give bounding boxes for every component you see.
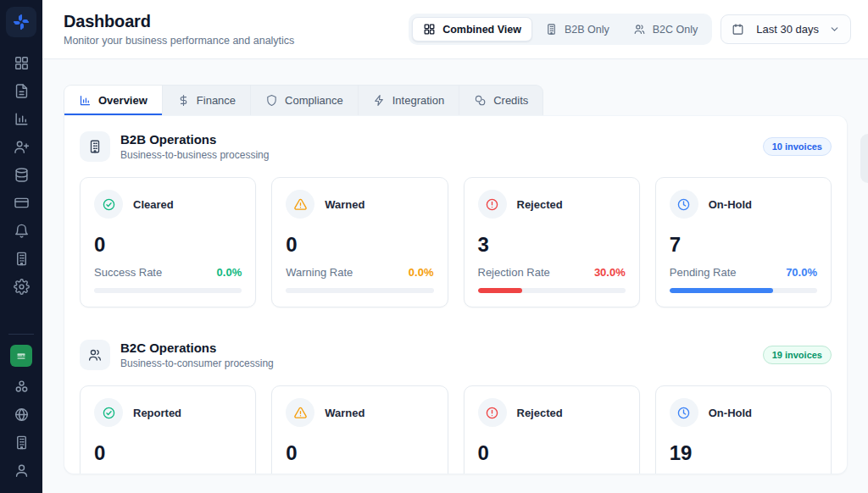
sidebar-item-analytics[interactable] — [8, 106, 35, 133]
view-toggle-b2b-label: B2B Only — [565, 24, 609, 36]
date-range-value: Last 30 days — [756, 23, 819, 36]
saudi-flag-icon — [14, 349, 28, 363]
card-value: 19 — [670, 441, 817, 465]
card-label: Rejected — [517, 198, 563, 211]
bell-icon — [14, 223, 30, 239]
card-value: 3 — [478, 233, 626, 257]
sidebar-item-notifications[interactable] — [8, 218, 35, 245]
tab-bar: Overview Finance Compliance Integration … — [64, 85, 543, 115]
coins-icon — [474, 94, 487, 107]
sidebar-item-company[interactable] — [8, 429, 35, 457]
bar-chart-icon — [14, 111, 30, 127]
rate-label: Success Rate — [94, 266, 162, 279]
b2b-cards-row: Cleared 0 Success Rate 0.0% Warned — [64, 167, 847, 324]
view-toggle: Combined View B2B Only B2C Only — [409, 14, 712, 45]
view-toggle-b2b[interactable]: B2B Only — [534, 17, 620, 42]
bar-chart-icon — [79, 94, 92, 107]
card-label: Reported — [133, 407, 181, 419]
alert-circle-icon — [478, 398, 507, 427]
sidebar — [0, 0, 42, 493]
globe-icon — [14, 407, 30, 423]
sidebar-item-billing[interactable] — [8, 190, 35, 217]
stat-card-on-hold: On-Hold 19 Pending Rate 100.0% — [655, 385, 832, 474]
rate-value: 0.0% — [409, 266, 434, 279]
stat-card-reported: Reported 0 Success Rate 0.0% — [80, 385, 256, 474]
tab-compliance[interactable]: Compliance — [251, 86, 359, 115]
page-title: Dashboard — [64, 12, 294, 31]
section-subtitle: Business-to-business processing — [120, 149, 269, 161]
sidebar-item-network[interactable] — [8, 402, 35, 429]
tab-overview[interactable]: Overview — [64, 86, 163, 115]
card-value: 0 — [286, 441, 433, 465]
sidebar-item-database[interactable] — [8, 162, 35, 189]
card-value: 0 — [94, 233, 242, 257]
card-value: 7 — [670, 233, 817, 257]
progress-bar — [94, 288, 242, 293]
app-logo[interactable] — [6, 7, 36, 37]
progress-bar-fill — [670, 288, 773, 293]
building-icon — [14, 251, 30, 267]
zap-icon — [373, 94, 386, 107]
rate-value: 70.0% — [786, 266, 817, 279]
building-icon — [545, 23, 558, 36]
sidebar-item-profile[interactable] — [8, 457, 35, 485]
tab-finance[interactable]: Finance — [163, 86, 251, 115]
credit-card-icon — [14, 195, 30, 211]
progress-bar — [286, 288, 433, 293]
sidebar-item-organization[interactable] — [8, 246, 35, 273]
tab-credits-label: Credits — [493, 94, 528, 107]
section-b2c-titles: B2C Operations Business-to-consumer proc… — [120, 341, 274, 369]
card-label: Warned — [325, 407, 364, 419]
users-icon — [80, 340, 110, 370]
app-root: Dashboard Monitor your business performa… — [0, 0, 868, 493]
pinwheel-logo-icon — [11, 12, 31, 32]
b2b-invoice-count-badge: 10 invoices — [763, 137, 832, 156]
alert-triangle-icon — [286, 398, 314, 427]
shield-icon — [265, 94, 278, 107]
sidebar-item-settings[interactable] — [8, 274, 35, 301]
section-subtitle: Business-to-consumer processing — [120, 357, 274, 369]
view-toggle-combined[interactable]: Combined View — [412, 17, 532, 42]
main-area: Dashboard Monitor your business performa… — [42, 0, 868, 493]
rate-label: Warning Rate — [286, 266, 353, 279]
sidebar-item-integrations[interactable] — [8, 374, 35, 401]
alert-triangle-icon — [286, 190, 314, 219]
b2c-invoice-count-badge: 19 invoices — [763, 346, 832, 364]
page-subtitle: Monitor your business performance and an… — [64, 35, 294, 47]
sidebar-item-documents[interactable] — [8, 78, 35, 105]
tab-finance-label: Finance — [197, 94, 236, 107]
tab-integration-label: Integration — [392, 94, 444, 107]
sidebar-item-add-user[interactable] — [8, 134, 35, 161]
tab-credits[interactable]: Credits — [459, 86, 542, 115]
section-title: B2B Operations — [120, 132, 269, 147]
page-header: Dashboard Monitor your business performa… — [42, 0, 868, 59]
view-toggle-b2c[interactable]: B2C Only — [622, 17, 709, 42]
alert-circle-icon — [478, 190, 507, 219]
overview-panel: B2B Operations Business-to-business proc… — [64, 115, 848, 474]
section-title: B2C Operations — [120, 341, 274, 355]
section-b2b-titles: B2B Operations Business-to-business proc… — [120, 132, 269, 161]
progress-bar — [478, 288, 626, 293]
card-value: 0 — [94, 441, 242, 465]
side-panel-handle[interactable] — [860, 134, 868, 183]
document-icon — [14, 83, 30, 99]
rate-label: Rejection Rate — [478, 266, 550, 279]
date-range-select[interactable]: Last 30 days — [721, 14, 851, 44]
user-plus-icon — [14, 139, 30, 155]
card-label: Warned — [325, 198, 364, 211]
card-value: 0 — [286, 233, 433, 257]
tab-integration[interactable]: Integration — [359, 86, 459, 115]
page-header-titles: Dashboard Monitor your business performa… — [64, 12, 294, 47]
stat-card-rejected: Rejected 0 Rejection Rate 0.0% — [464, 385, 640, 474]
sidebar-item-dashboard[interactable] — [8, 50, 35, 77]
stat-card-cleared: Cleared 0 Success Rate 0.0% — [80, 177, 256, 307]
rate-value: 0.0% — [217, 266, 242, 279]
clock-icon — [670, 398, 698, 427]
b2c-cards-row: Reported 0 Success Rate 0.0% Warned — [64, 375, 847, 474]
nodes-cluster-icon — [14, 379, 30, 395]
sidebar-item-locale[interactable] — [10, 345, 32, 367]
sidebar-divider — [8, 334, 34, 335]
progress-bar — [670, 288, 817, 293]
chevron-down-icon — [829, 24, 840, 35]
stat-card-on-hold: On-Hold 7 Pending Rate 70.0% — [655, 177, 832, 307]
